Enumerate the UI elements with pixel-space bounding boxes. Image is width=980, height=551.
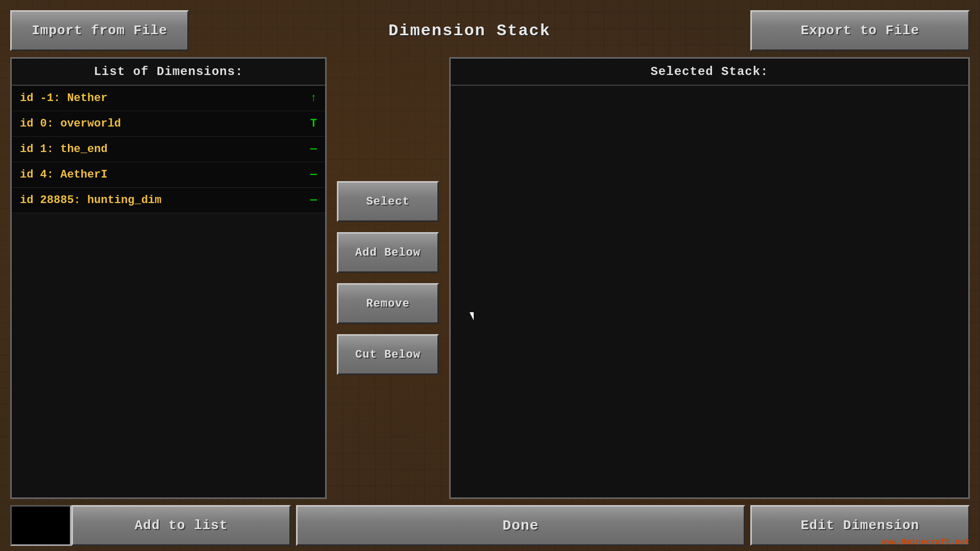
watermark: www.9minecraft.net [881, 538, 970, 547]
remove-button[interactable]: Remove [337, 283, 439, 324]
dimension-indicator: T [310, 117, 317, 130]
add-to-list-button[interactable]: Add to list [71, 505, 291, 546]
selected-stack-list [451, 86, 968, 497]
done-button[interactable]: Done [296, 505, 745, 546]
dimension-list: id -1: Nether ↑ id 0: overworld T id 1: … [12, 86, 325, 497]
color-preview-box[interactable] [10, 505, 71, 546]
add-below-button[interactable]: Add Below [337, 232, 439, 273]
dimension-indicator: ↑ [310, 92, 317, 105]
dimension-name: id 4: AetherI [20, 168, 108, 181]
content-row: List of Dimensions: id -1: Nether ↑ id 0… [10, 57, 970, 499]
dimension-indicator: — [310, 194, 317, 207]
middle-panel: Select Add Below Remove Cut Below [327, 57, 449, 499]
dimension-name: id 28885: hunting_dim [20, 194, 161, 207]
main-container: Import from File Dimension Stack Export … [0, 0, 980, 551]
export-to-file-button[interactable]: Export to File [750, 10, 970, 51]
dimension-name: id 1: the_end [20, 143, 108, 156]
list-item[interactable]: id 4: AetherI — [12, 162, 325, 188]
list-item[interactable]: id -1: Nether ↑ [12, 86, 325, 111]
header-row: Import from File Dimension Stack Export … [10, 10, 970, 51]
dimension-indicator: — [310, 143, 317, 156]
import-from-file-button[interactable]: Import from File [10, 10, 189, 51]
list-item[interactable]: id 1: the_end — [12, 137, 325, 162]
left-panel: List of Dimensions: id -1: Nether ↑ id 0… [10, 57, 327, 499]
list-item[interactable]: id 28885: hunting_dim — [12, 188, 325, 213]
right-panel: Selected Stack: [449, 57, 970, 499]
left-panel-header: List of Dimensions: [12, 59, 325, 86]
dimension-name: id -1: Nether [20, 92, 108, 105]
dimension-name: id 0: overworld [20, 117, 121, 130]
cut-below-button[interactable]: Cut Below [337, 334, 439, 375]
select-button[interactable]: Select [337, 181, 439, 222]
dimension-indicator: — [310, 168, 317, 181]
page-title: Dimension Stack [388, 21, 551, 40]
footer-row: Add to list Done Edit Dimension [10, 505, 970, 546]
list-item[interactable]: id 0: overworld T [12, 111, 325, 137]
right-panel-header: Selected Stack: [451, 59, 968, 86]
